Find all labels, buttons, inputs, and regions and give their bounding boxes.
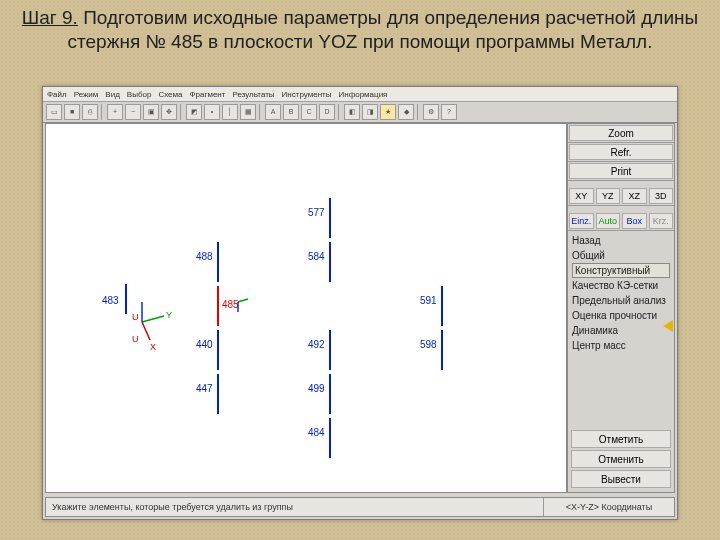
tool-b-icon[interactable]: B [283, 104, 299, 120]
tool-i-icon[interactable]: ⚙ [423, 104, 439, 120]
menu-select[interactable]: Выбор [127, 90, 152, 99]
tool-pan-icon[interactable]: ✥ [161, 104, 177, 120]
list-strength[interactable]: Оценка прочности [572, 308, 670, 323]
side-panel: Zoom Refr. Print XY YZ XZ 3D Einz. Auto … [567, 123, 675, 493]
svg-text:485: 485 [222, 299, 239, 310]
tool-h-icon[interactable]: ◆ [398, 104, 414, 120]
mode-auto-button[interactable]: Auto [596, 213, 621, 229]
tool-d-icon[interactable]: D [319, 104, 335, 120]
menu-info[interactable]: Информация [338, 90, 387, 99]
step-text: Подготовим исходные параметры для опреде… [68, 7, 699, 52]
tool-j-icon[interactable]: ? [441, 104, 457, 120]
svg-text:440: 440 [196, 339, 213, 350]
tool-fit-icon[interactable]: ▣ [143, 104, 159, 120]
tool-save-icon[interactable]: ■ [64, 104, 80, 120]
svg-text:X: X [150, 342, 156, 352]
list-mesh[interactable]: Качество КЭ-сетки [572, 278, 670, 293]
menu-file[interactable]: Файл [47, 90, 67, 99]
tool-c-icon[interactable]: C [301, 104, 317, 120]
analysis-list: Назад Общий Конструктивный Качество КЭ-с… [568, 231, 674, 355]
toolbar: ▭ ■ ⎙ + − ▣ ✥ ◩ • │ ▦ A B C D ◧ ◨ ★ ◆ ⚙ … [43, 102, 677, 123]
list-constructive[interactable]: Конструктивный [572, 263, 670, 278]
tool-open-icon[interactable]: ▭ [46, 104, 62, 120]
menu-view[interactable]: Вид [105, 90, 119, 99]
svg-text:499: 499 [308, 383, 325, 394]
menu-fragment[interactable]: Фрагмент [190, 90, 226, 99]
tool-select-icon[interactable]: ◩ [186, 104, 202, 120]
menu-bar: Файл Режим Вид Выбор Схема Фрагмент Резу… [43, 87, 677, 102]
highlight-arrow-icon [663, 320, 673, 332]
menu-tools[interactable]: Инструменты [282, 90, 332, 99]
svg-line-31 [238, 299, 248, 302]
mode-einz-button[interactable]: Einz. [569, 213, 594, 229]
tool-f-icon[interactable]: ◨ [362, 104, 378, 120]
tool-g-icon[interactable]: ★ [380, 104, 396, 120]
svg-text:584: 584 [308, 251, 325, 262]
svg-text:483: 483 [102, 295, 119, 306]
tool-group-icon[interactable]: ▦ [240, 104, 256, 120]
svg-text:U: U [132, 312, 139, 322]
svg-text:488: 488 [196, 251, 213, 262]
list-dynamics[interactable]: Динамика [572, 323, 670, 338]
list-general[interactable]: Общий [572, 248, 670, 263]
app-window: Файл Режим Вид Выбор Схема Фрагмент Резу… [42, 86, 678, 520]
refresh-button[interactable]: Refr. [569, 144, 673, 160]
slide-title: Шаг 9. Подготовим исходные параметры для… [0, 0, 720, 56]
tool-a-icon[interactable]: A [265, 104, 281, 120]
model-viewport[interactable]: 483 488 485 440 447 577 584 492 499 [45, 123, 567, 493]
tool-element-icon[interactable]: │ [222, 104, 238, 120]
tool-e-icon[interactable]: ◧ [344, 104, 360, 120]
svg-text:U: U [132, 334, 139, 344]
svg-text:492: 492 [308, 339, 325, 350]
svg-line-25 [142, 322, 150, 340]
status-coords: <X-Y-Z> Координаты [543, 498, 674, 516]
mark-button[interactable]: Отметить [571, 430, 671, 448]
unmark-button[interactable]: Отменить [571, 450, 671, 468]
zoom-button[interactable]: Zoom [569, 125, 673, 141]
svg-text:Y: Y [166, 310, 172, 320]
model-canvas: 483 488 485 440 447 577 584 492 499 [46, 124, 566, 492]
view-xy-button[interactable]: XY [569, 188, 594, 204]
step-number: Шаг 9. [22, 7, 78, 28]
status-bar: Укажите элементы, которые требуется удал… [45, 497, 675, 517]
view-3d-button[interactable]: 3D [649, 188, 674, 204]
print-button[interactable]: Print [569, 163, 673, 179]
tool-zoomout-icon[interactable]: − [125, 104, 141, 120]
status-message: Укажите элементы, которые требуется удал… [46, 502, 543, 512]
menu-scheme[interactable]: Схема [158, 90, 182, 99]
list-masscenter[interactable]: Центр масс [572, 338, 670, 353]
menu-results[interactable]: Результаты [232, 90, 274, 99]
list-back[interactable]: Назад [572, 233, 670, 248]
tool-node-icon[interactable]: • [204, 104, 220, 120]
mode-krz-button[interactable]: Krz. [649, 213, 674, 229]
svg-text:591: 591 [420, 295, 437, 306]
export-button[interactable]: Вывести [571, 470, 671, 488]
tool-zoomin-icon[interactable]: + [107, 104, 123, 120]
view-yz-button[interactable]: YZ [596, 188, 621, 204]
svg-text:577: 577 [308, 207, 325, 218]
mode-box-button[interactable]: Box [622, 213, 647, 229]
list-limit[interactable]: Предельный анализ [572, 293, 670, 308]
view-xz-button[interactable]: XZ [622, 188, 647, 204]
svg-text:447: 447 [196, 383, 213, 394]
svg-text:484: 484 [308, 427, 325, 438]
svg-text:598: 598 [420, 339, 437, 350]
menu-mode[interactable]: Режим [74, 90, 99, 99]
svg-line-24 [142, 316, 164, 322]
tool-print-icon[interactable]: ⎙ [82, 104, 98, 120]
